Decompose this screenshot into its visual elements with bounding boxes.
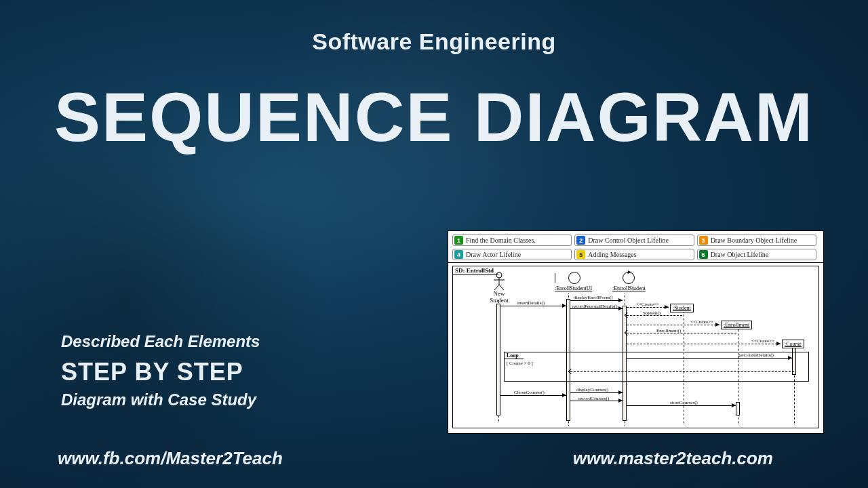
arrow-create-enrollment [715,323,719,327]
msg-get-course-label: getCourseDetails() [738,352,774,358]
arrow-display-courses [618,390,623,394]
arrow-get-course [788,356,792,360]
svg-point-0 [496,272,502,278]
step-label-3: Draw Boundary Object Lifeline [711,237,797,244]
msg-insert-details-label: insertDetails() [517,300,545,306]
arrow-choose-courses [562,393,566,397]
loop-guard: [ Course > 0 ] [507,361,533,366]
step-1: 1Find the Domain Classes. [452,235,572,246]
msg-display-courses-line [570,392,623,393]
msg-display-form-label: displayEnrollForm() [574,295,613,300]
msg-store-courses-label: storeCourses() [670,400,698,405]
msg-create-course-line [627,344,781,344]
student-object: :Student [670,304,694,312]
step-label-4: Draw Actor Lifeline [466,251,521,258]
arrow-record-details [618,306,623,310]
msg-store-courses-line [627,405,736,406]
msg-record-courses-label: recordCourses() [578,396,609,401]
msg-create-course-label: <<Create>> [751,338,774,344]
desc-line-case-study: Diagram with Case Study [61,390,260,409]
msg-insert-details-line [500,306,566,306]
msg-create-student-label: <<Create>> [636,302,659,307]
main-title: SEQUENCE DIAGRAM [54,78,814,157]
step-6: 6Draw Object Lifeline [697,249,816,260]
step-label-2: Draw Control Object Lifeline [588,237,669,244]
msg-record-details-label: recordPersonalDetails() [572,304,617,309]
msg-display-form-line [570,300,623,301]
msg-enrollment-return-line [627,333,736,333]
arrow-create-course [776,342,781,346]
desc-line-step: STEP BY STEP [61,358,260,386]
step-3: 3Draw Boundary Object Lifeline [697,235,816,246]
msg-display-courses-label: displayCourses() [576,387,608,392]
enrollment-object: :Enrollment [721,321,752,329]
step-num-5: 5 [576,250,585,259]
step-2: 2Draw Control Object Lifeline [574,235,694,246]
msg-loop-return-line [570,371,794,372]
msg-get-course-line [627,358,792,359]
sd-frame: SD: EntrollStd New Student :EnrollStuden… [452,266,819,428]
step-num-1: 1 [454,236,463,245]
actor-icon [492,272,507,291]
activation-enrollment2 [736,402,740,415]
msg-create-student-line [627,307,669,308]
arrow-create-student [665,305,669,309]
arrow-display-form [618,298,623,302]
link-facebook: www.fb.com/Master2Teach [58,448,283,469]
msg-choose-courses-label: ChoseCourses() [514,390,545,395]
svg-line-4 [499,285,504,290]
step-num-2: 2 [576,236,585,245]
step-4: 4Draw Actor Lifeline [452,249,572,260]
step-label-6: Draw Object Lifeline [711,251,769,258]
msg-student-return-label: Student() [643,310,660,316]
step-num-3: 3 [699,236,708,245]
description-block: Described Each Elements STEP BY STEP Dia… [61,332,260,409]
actor-new-student: New Student [486,272,513,304]
arrow-record-courses [618,399,623,403]
control-object-head: :EntrollStudent [612,272,646,291]
loop-label: Loop [504,352,524,359]
arrow-insert-details [562,304,566,308]
subtitle-top: Software Engineering [312,28,556,55]
desc-line-elements: Described Each Elements [61,332,260,351]
step-label-5: Adding Messages [588,251,636,258]
step-num-6: 6 [699,250,708,259]
step-num-4: 4 [454,250,463,259]
sequence-diagram-panel: 1Find the Domain Classes. 2Draw Control … [448,230,824,434]
boundary-object-head: :EnrollStudentUI [555,272,592,291]
control-object-name: :EntrollStudent [612,285,646,291]
msg-create-enrollment-label: <<Create>> [690,319,713,325]
link-website: www.master2teach.com [573,448,773,469]
boundary-object-name: :EnrollStudentUI [555,285,592,291]
actor-label: New Student [486,291,513,304]
activation-actor [496,304,500,415]
step-5: 5Adding Messages [574,249,694,260]
msg-create-enrollment-line [627,325,719,325]
msg-enrollment-return-label: Enrollment() [656,328,681,333]
msg-choose-courses-line [500,395,566,396]
step-label-1: Find the Domain Classes. [466,237,536,244]
svg-line-3 [494,285,499,290]
steps-bar: 1Find the Domain Classes. 2Draw Control … [448,231,823,263]
arrow-store-courses [732,403,736,407]
